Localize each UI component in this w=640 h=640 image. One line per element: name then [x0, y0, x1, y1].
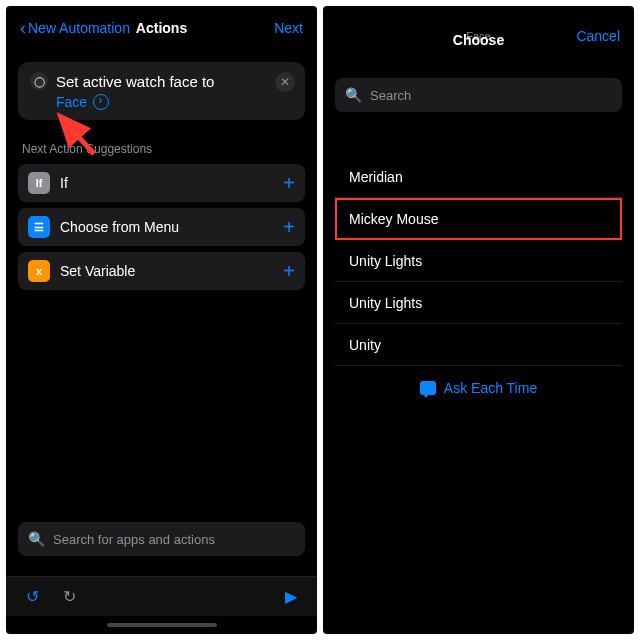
bottom-toolbar: ↺ ↻ ▶: [6, 576, 317, 616]
face-search[interactable]: 🔍: [335, 78, 622, 112]
search-icon: 🔍: [345, 87, 362, 103]
variable-icon: x: [28, 260, 50, 282]
add-icon: +: [283, 216, 295, 239]
face-label: Mickey Mouse: [349, 211, 438, 227]
add-icon: +: [283, 172, 295, 195]
face-option-unity-lights-2[interactable]: Unity Lights: [335, 282, 622, 324]
disclosure-icon: [93, 94, 109, 110]
shortcuts-actions-screen: ‹ New Automation Actions Next ◯ Set acti…: [6, 6, 317, 634]
page-title: Actions: [136, 20, 187, 36]
action-title: Set active watch face to: [56, 73, 214, 90]
chevron-left-icon: ‹: [20, 19, 26, 37]
ask-each-time-button[interactable]: Ask Each Time: [335, 366, 622, 410]
suggestion-if[interactable]: If If +: [18, 164, 305, 202]
if-icon: If: [28, 172, 50, 194]
suggestion-label: Choose from Menu: [60, 219, 283, 235]
face-option-meridian[interactable]: Meridian: [335, 156, 622, 198]
redo-button[interactable]: ↻: [63, 587, 76, 606]
search-icon: 🔍: [28, 531, 45, 547]
page-title: Choose: [453, 32, 504, 48]
next-button[interactable]: Next: [274, 20, 303, 36]
remove-action-button[interactable]: ✕: [275, 72, 295, 92]
face-option-unity-lights[interactable]: Unity Lights: [335, 240, 622, 282]
face-link-label: Face: [56, 94, 87, 110]
face-option-mickey-mouse[interactable]: Mickey Mouse: [335, 198, 622, 240]
face-picker-screen: . Face Choose Cancel 🔍 Meridian Mickey M…: [323, 6, 634, 634]
cancel-button[interactable]: Cancel: [576, 28, 620, 44]
suggestion-choose-menu[interactable]: ☰ Choose from Menu +: [18, 208, 305, 246]
nav-bar: ‹ New Automation Actions Next: [6, 6, 317, 50]
face-label: Unity Lights: [349, 253, 422, 269]
speech-bubble-icon: [420, 381, 436, 395]
search-input[interactable]: [370, 88, 612, 103]
undo-button[interactable]: ↺: [26, 587, 39, 606]
search-input[interactable]: [53, 532, 295, 547]
suggestion-label: Set Variable: [60, 263, 283, 279]
suggestion-label: If: [60, 175, 283, 191]
nav-bar: . Face Choose Cancel: [323, 6, 634, 66]
action-search[interactable]: 🔍: [18, 522, 305, 556]
content-area: 🔍 Meridian Mickey Mouse Unity Lights Uni…: [323, 66, 634, 634]
back-label: New Automation: [28, 20, 130, 36]
watch-icon: ◯: [30, 72, 48, 90]
add-icon: +: [283, 260, 295, 283]
face-label: Unity Lights: [349, 295, 422, 311]
face-label: Unity: [349, 337, 381, 353]
content-area: ◯ Set active watch face to ✕ Face Next A…: [6, 50, 317, 576]
face-option-unity[interactable]: Unity: [335, 324, 622, 366]
face-label: Meridian: [349, 169, 403, 185]
action-card[interactable]: ◯ Set active watch face to ✕ Face: [18, 62, 305, 120]
face-parameter[interactable]: Face: [30, 94, 293, 110]
menu-icon: ☰: [28, 216, 50, 238]
suggestion-set-variable[interactable]: x Set Variable +: [18, 252, 305, 290]
home-indicator: [6, 616, 317, 634]
run-button[interactable]: ▶: [285, 587, 297, 606]
back-button[interactable]: ‹ New Automation: [20, 19, 130, 37]
suggestions-header: Next Action Suggestions: [22, 142, 305, 156]
ask-label: Ask Each Time: [444, 380, 537, 396]
face-list: Meridian Mickey Mouse Unity Lights Unity…: [335, 156, 622, 410]
